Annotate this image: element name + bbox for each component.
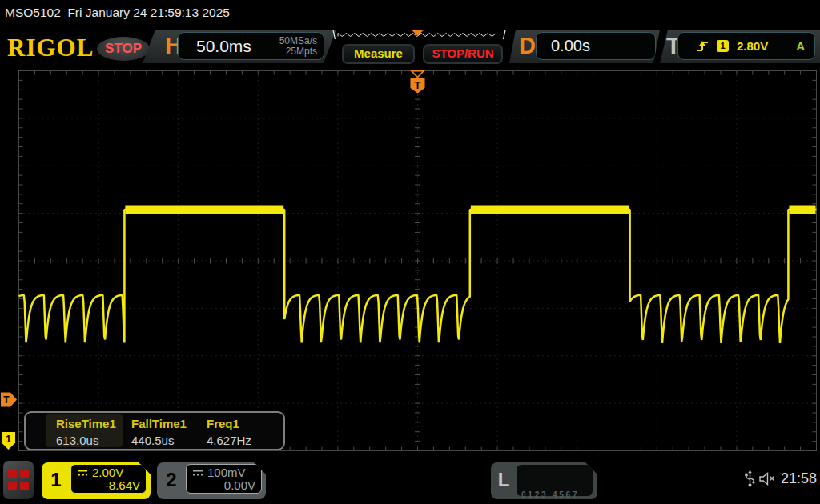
stop-run-button[interactable]: STOP/RUN [423,44,503,64]
measurement-label: FallTime1 [131,417,207,430]
ch1-position-marker[interactable]: 1 [2,432,15,450]
svg-text:T: T [415,79,421,91]
svg-text:1: 1 [6,434,11,445]
dc-coupling-icon [77,469,88,477]
channel-1-scale: 2.00V [92,466,123,479]
d-label: D [519,33,536,59]
clock: 21:58 [781,470,817,487]
horizontal-settings-box[interactable]: H 50.0ms 50MSa/s 25Mpts [143,30,336,63]
window-title: MSO5102 Fri January 24 21:59:13 2025 [5,6,230,20]
trigger-source-badge: 1 [717,40,729,52]
channel-2-scale: 100mV [207,466,246,479]
channel-2-number: 2 [157,462,186,499]
oscilloscope-screen: TT1 MSO5102 Fri January 24 21:59:13 2025… [0,0,820,504]
measurement-label: Freq1 [207,417,282,430]
delay-value: 0.00s [537,33,655,59]
measurement-value: 4.627Hz [207,434,282,447]
measure-button[interactable]: Measure [342,44,415,64]
memory-depth: 25Mpts [279,46,317,57]
measurement-item[interactable]: RiseTime1 613.0us [56,417,131,447]
svg-text:T: T [3,394,10,406]
measurement-label: RiseTime1 [56,417,131,430]
rising-edge-icon [696,40,709,53]
la-channels: 0 1 2 3 4 5 6 7 8 9 10 11 12 13 14 15 [517,465,593,496]
timebase-value: 50.0ms [179,37,279,56]
channel-1-number: 1 [42,462,70,499]
graticule [19,71,817,451]
memory-position-indicator[interactable] [332,29,506,40]
channel-1-offset: -8.64V [77,479,140,492]
delay-settings-box[interactable]: D 0.00s [509,30,660,63]
channel-1-block[interactable]: 1 2.00V -8.64V [42,462,151,499]
channel-2-offset: 0.00V [192,479,255,492]
la-label: L [491,462,517,498]
usb-icon [744,470,756,488]
acquisition-info: 50MSa/s 25Mpts [279,36,324,57]
channel-2-block[interactable]: 2 100mV 0.00V [157,462,266,499]
speaker-muted-icon[interactable] [759,472,778,486]
channel-2-settings: 100mV 0.00V [186,464,262,494]
trigger-value-box: 1 2.80V A [677,32,815,60]
channel-1-settings: 2.00V -8.64V [70,464,147,494]
run-state-badge: STOP [97,37,150,61]
trigger-settings-box[interactable]: T 1 2.80V A [660,30,820,63]
measurement-value: 613.0us [56,434,131,447]
la-channels-row1: 0 1 2 3 4 5 6 7 [521,490,593,500]
menu-grid-icon [8,470,17,478]
sample-rate: 50MSa/s [279,36,317,46]
trigger-sweep-mode: A [796,39,814,53]
dc-coupling-icon [192,469,203,477]
menu-button[interactable] [3,461,34,499]
measurement-value: 440.5us [131,434,207,447]
timebase-value-box: 50.0ms 50MSa/s 25Mpts [178,32,324,60]
measurement-item[interactable]: FallTime1 440.5us [131,417,207,447]
measurement-panel[interactable]: RiseTime1 613.0us FallTime1 440.5us Freq… [24,411,285,450]
delay-value-box: 0.00s [536,32,656,60]
logic-analyzer-block[interactable]: L 0 1 2 3 4 5 6 7 8 9 10 11 12 13 14 15 [491,462,597,499]
rigol-logo: RIGOL [7,34,94,62]
trigger-position-marker[interactable]: T [411,71,425,94]
trigger-level-value: 2.80V [737,39,768,53]
measurement-item[interactable]: Freq1 4.627Hz [207,417,282,447]
trigger-level-marker[interactable]: T [1,392,17,406]
